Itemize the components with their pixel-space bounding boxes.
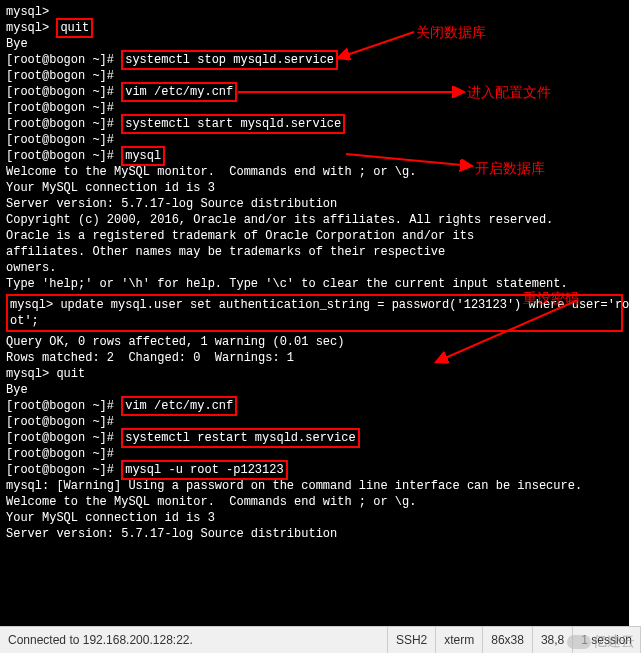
cloud-icon: [567, 635, 591, 649]
output-line: Server version: 5.7.17-log Source distri…: [6, 526, 623, 542]
status-size: 86x38: [483, 627, 533, 653]
status-protocol: SSH2: [388, 627, 436, 653]
annotation-close-db: 关闭数据库: [416, 24, 486, 40]
output-line: Query OK, 0 rows affected, 1 warning (0.…: [6, 334, 623, 350]
prompt: [root@bogon ~]#: [6, 149, 121, 163]
prompt: [root@bogon ~]#: [6, 399, 121, 413]
cmd-vim-mycnf-2: vim /etc/my.cnf: [121, 396, 237, 416]
output-line: [root@bogon ~]# systemctl start mysqld.s…: [6, 116, 623, 132]
prompt: [root@bogon ~]#: [6, 53, 121, 67]
output-line: mysql> quit: [6, 366, 623, 382]
output-line: [root@bogon ~]#: [6, 446, 623, 462]
cmd-mysql-login: mysql -u root -p123123: [121, 460, 287, 480]
output-line: [root@bogon ~]# systemctl restart mysqld…: [6, 430, 623, 446]
output-line: ot';: [10, 313, 619, 329]
output-line: Oracle is a registered trademark of Orac…: [6, 228, 623, 244]
prompt: [root@bogon ~]#: [6, 431, 121, 445]
prompt: [root@bogon ~]#: [6, 117, 121, 131]
output-line: Rows matched: 2 Changed: 0 Warnings: 1: [6, 350, 623, 366]
output-line: Welcome to the MySQL monitor. Commands e…: [6, 494, 623, 510]
output-line: [root@bogon ~]#: [6, 132, 623, 148]
output-line: [root@bogon ~]# vim /etc/my.cnf: [6, 398, 623, 414]
output-line: [root@bogon ~]# mysql -u root -p123123: [6, 462, 623, 478]
output-line: mysql>: [6, 4, 623, 20]
output-line: mysql: [Warning] Using a password on the…: [6, 478, 623, 494]
status-bar: Connected to 192.168.200.128:22. SSH2 xt…: [0, 626, 641, 653]
terminal-window[interactable]: mysql> mysql> quit Bye [root@bogon ~]# s…: [0, 0, 629, 626]
output-line: [root@bogon ~]# systemctl stop mysqld.se…: [6, 52, 623, 68]
output-line: Copyright (c) 2000, 2016, Oracle and/or …: [6, 212, 623, 228]
output-line: Server version: 5.7.17-log Source distri…: [6, 196, 623, 212]
status-termtype: xterm: [436, 627, 483, 653]
cmd-stop-mysqld: systemctl stop mysqld.service: [121, 50, 338, 70]
cmd-restart-mysqld: systemctl restart mysqld.service: [121, 428, 359, 448]
watermark-logo: 亿速云: [567, 633, 635, 651]
cmd-mysql: mysql: [121, 146, 165, 166]
annotation-config-file: 进入配置文件: [467, 84, 551, 100]
output-line: Bye: [6, 382, 623, 398]
annotation-reset-pwd: 重设密码: [523, 290, 579, 306]
annotation-open-db: 开启数据库: [475, 160, 545, 176]
prompt: [root@bogon ~]#: [6, 463, 121, 477]
output-line: mysql> quit: [6, 20, 623, 36]
cmd-vim-mycnf: vim /etc/my.cnf: [121, 82, 237, 102]
watermark-text: 亿速云: [593, 633, 635, 649]
cmd-quit: quit: [56, 18, 93, 38]
output-line: Your MySQL connection id is 3: [6, 510, 623, 526]
cmd-start-mysqld: systemctl start mysqld.service: [121, 114, 345, 134]
output-line: affiliates. Other names may be trademark…: [6, 244, 623, 260]
status-connection: Connected to 192.168.200.128:22.: [0, 627, 388, 653]
prompt: [root@bogon ~]#: [6, 85, 121, 99]
output-line: owners.: [6, 260, 623, 276]
output-line: [root@bogon ~]#: [6, 68, 623, 84]
output-line: Your MySQL connection id is 3: [6, 180, 623, 196]
prompt: mysql>: [6, 21, 56, 35]
